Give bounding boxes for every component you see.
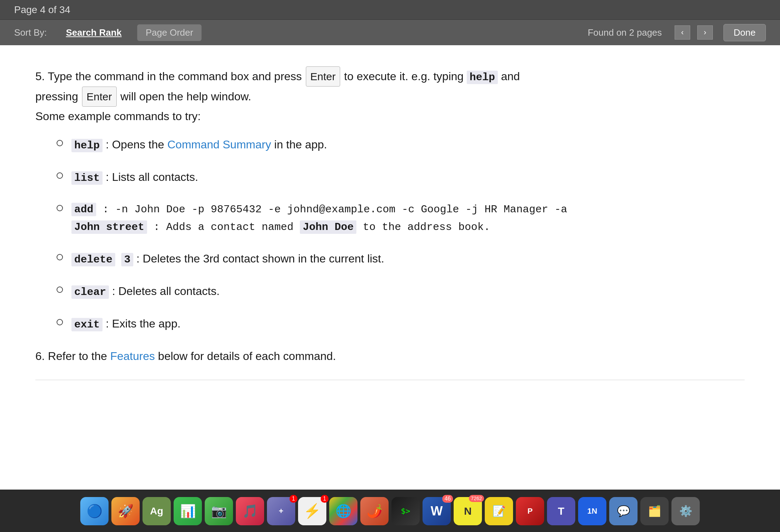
content-area: 5. Type the command in the command box a… xyxy=(0,45,780,490)
search-rank-button[interactable]: Search Rank xyxy=(57,24,130,41)
step-5-line2: pressing Enter will open the help window… xyxy=(35,87,745,107)
dock-chrome2[interactable]: ⚡ 1 xyxy=(298,497,326,525)
next-button[interactable]: › xyxy=(697,25,713,40)
delete-item-content: delete 3 : Deletes the 3rd contact shown… xyxy=(71,250,745,268)
sort-by-label: Sort By: xyxy=(14,27,47,38)
exit-text: : Exits the app. xyxy=(106,317,181,330)
step-5-text-mid: to execute it. e.g. typing xyxy=(341,70,467,83)
help-code-inline: help xyxy=(467,71,498,84)
list-item-exit: exit : Exits the app. xyxy=(57,315,745,333)
delete-code: delete xyxy=(71,253,115,266)
dock-chrome[interactable]: 🌐 xyxy=(329,497,357,525)
clear-item-content: clear : Deletes all contacts. xyxy=(71,282,745,301)
list-item-help: help : Opens the Command Summary in the … xyxy=(57,136,745,154)
john-doe-code: John Doe xyxy=(300,220,356,234)
section-divider xyxy=(35,380,745,380)
next-icon: › xyxy=(704,28,706,37)
list-item-delete: delete 3 : Deletes the 3rd contact shown… xyxy=(57,250,745,268)
delete-text: : Deletes the 3rd contact shown in the c… xyxy=(136,252,384,265)
done-button[interactable]: Done xyxy=(723,24,766,41)
page-indicator: Page 4 of 34 xyxy=(14,4,70,16)
list-item-list: list : Lists all contacts. xyxy=(57,168,745,187)
found-label: Found on 2 pages xyxy=(588,27,662,38)
help-code: help xyxy=(71,139,103,152)
bullet-circle xyxy=(57,286,63,293)
bullet-circle xyxy=(57,205,63,211)
step-5-number: 5. Type the command in the command box a… xyxy=(35,70,305,83)
enter-key-2: Enter xyxy=(82,87,117,107)
top-bar: Page 4 of 34 xyxy=(0,0,780,20)
step-5-examples: Some example commands to try: xyxy=(35,107,745,126)
help-text: : Opens the xyxy=(106,138,167,151)
step-6: 6. Refer to the Features below for detai… xyxy=(35,347,745,365)
dock: 🔵 🚀 Ag 📊 📷 🎵 + 1 ⚡ 1 🌐 🌶️ $> W 46 N 7262… xyxy=(0,490,780,532)
list-text: : Lists all contacts. xyxy=(106,171,198,183)
toolbar: Sort By: Search Rank Page Order Found on… xyxy=(0,20,780,45)
bullet-circle xyxy=(57,319,63,325)
dock-paprika[interactable]: 🌶️ xyxy=(360,497,389,525)
list-code: list xyxy=(71,171,103,185)
dock-extra2[interactable]: 🗂️ xyxy=(640,497,669,525)
dock-numbers2[interactable]: N 7262 xyxy=(454,497,482,525)
add-args-line2: John street : Adds a contact named John … xyxy=(71,219,745,236)
document-body: 5. Type the command in the command box a… xyxy=(0,45,780,490)
dock-numbers[interactable]: 📊 xyxy=(174,497,202,525)
add-result-text: : Adds a contact named xyxy=(147,221,300,233)
dock-extra1[interactable]: 💬 xyxy=(609,497,638,525)
help-text-2: in the app. xyxy=(271,138,327,151)
add-args: : -n John Doe -p 98765432 -e johnd@examp… xyxy=(96,203,567,215)
command-summary-link[interactable]: Command Summary xyxy=(167,138,271,151)
dock-music[interactable]: 🎵 xyxy=(236,497,264,525)
bullet-circle xyxy=(57,140,63,146)
step-5-text-end: and xyxy=(498,70,520,83)
step-5: 5. Type the command in the command box a… xyxy=(35,66,745,333)
dock-app1[interactable]: + 1 xyxy=(267,497,295,525)
add-result-text2: to the address book. xyxy=(356,221,490,233)
list-item-content: list : Lists all contacts. xyxy=(71,168,745,187)
command-list: help : Opens the Command Summary in the … xyxy=(35,136,745,333)
dock-terminal[interactable]: $> xyxy=(391,497,420,525)
clear-code: clear xyxy=(71,285,109,299)
list-item-clear: clear : Deletes all contacts. xyxy=(57,282,745,301)
list-item-add: add : -n John Doe -p 98765432 -e johnd@e… xyxy=(57,201,745,236)
help-item-content: help : Opens the Command Summary in the … xyxy=(71,136,745,154)
prev-icon: ‹ xyxy=(681,28,683,37)
page-order-button[interactable]: Page Order xyxy=(137,24,202,41)
dock-extra3[interactable]: ⚙️ xyxy=(671,497,700,525)
dock-word[interactable]: W 46 xyxy=(423,497,451,525)
dock-sticky[interactable]: 📝 xyxy=(485,497,513,525)
delete-num: 3 xyxy=(121,253,133,266)
clear-text: : Deletes all contacts. xyxy=(112,285,220,297)
dock-launchpad[interactable]: 🚀 xyxy=(111,497,140,525)
dock-teams[interactable]: T xyxy=(547,497,575,525)
dock-one2[interactable]: 1N xyxy=(578,497,606,525)
features-link[interactable]: Features xyxy=(110,350,155,362)
step-6-num: 6. Refer to the xyxy=(35,350,110,362)
step-6-text2: below for details of each command. xyxy=(155,350,336,362)
dock-pdf[interactable]: P xyxy=(516,497,544,525)
add-mono-block: add : -n John Doe -p 98765432 -e johnd@e… xyxy=(71,201,745,219)
dock-facetime[interactable]: 📷 xyxy=(205,497,233,525)
bullet-circle xyxy=(57,254,63,260)
prev-button[interactable]: ‹ xyxy=(675,25,690,40)
bullet-circle xyxy=(57,172,63,179)
enter-key-1: Enter xyxy=(306,66,340,87)
exit-code: exit xyxy=(71,318,103,331)
john-street-code: John street xyxy=(71,220,147,234)
step-5-text: 5. Type the command in the command box a… xyxy=(35,66,745,126)
dock-ia[interactable]: Ag xyxy=(142,497,171,525)
add-item-content: add : -n John Doe -p 98765432 -e johnd@e… xyxy=(71,201,745,236)
add-code: add xyxy=(71,203,96,216)
dock-finder[interactable]: 🔵 xyxy=(80,497,109,525)
exit-item-content: exit : Exits the app. xyxy=(71,315,745,333)
